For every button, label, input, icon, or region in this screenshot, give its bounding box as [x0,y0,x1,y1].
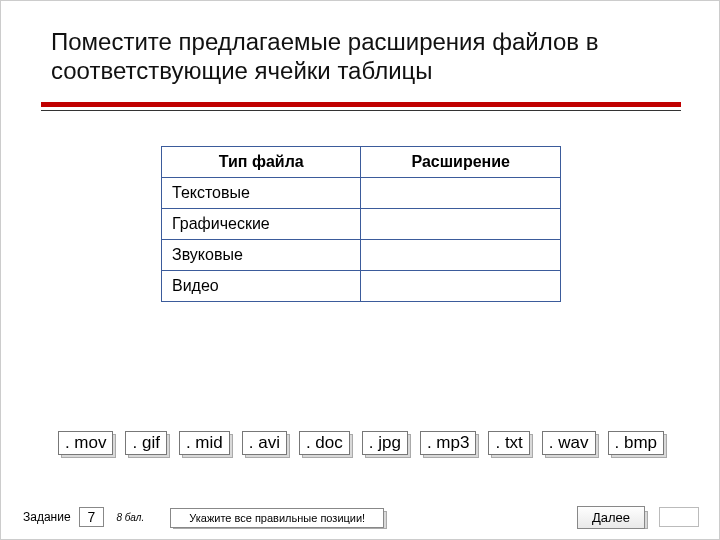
aux-box [659,507,699,527]
divider [41,102,681,112]
header-ext: Расширение [361,146,561,177]
cell-ext-drop[interactable] [361,270,561,301]
slide-title: Поместите предлагаемые расширения файлов… [1,1,720,98]
extension-chip[interactable]: . avi [242,431,287,455]
table-row: Видео [162,270,561,301]
extension-chip[interactable]: . mov [58,431,114,455]
extension-chip[interactable]: . jpg [362,431,408,455]
file-type-table: Тип файла Расширение Текстовые Графическ… [161,146,561,302]
extension-chip[interactable]: . wav [542,431,596,455]
score-label: 8 бал. [116,512,144,523]
table-row: Звуковые [162,239,561,270]
extension-chip[interactable]: . doc [299,431,350,455]
table-row: Текстовые [162,177,561,208]
cell-ext-drop[interactable] [361,177,561,208]
table-row: Графические [162,208,561,239]
extension-chip[interactable]: . mp3 [420,431,477,455]
cell-type: Текстовые [162,177,361,208]
cell-type: Графические [162,208,361,239]
extension-chip[interactable]: . gif [125,431,166,455]
next-button[interactable]: Далее [577,508,645,526]
cell-type: Звуковые [162,239,361,270]
header-type: Тип файла [162,146,361,177]
extension-chip[interactable]: . mid [179,431,230,455]
task-label: Задание [23,510,71,524]
cell-ext-drop[interactable] [361,208,561,239]
footer-bar: Задание 7 8 бал. Укажите все правильные … [1,507,720,527]
extensions-pool: . mov . gif . mid . avi . doc . jpg . mp… [1,431,720,455]
hint-box: Укажите все правильные позиции! [170,508,384,526]
extension-chip[interactable]: . bmp [608,431,665,455]
cell-type: Видео [162,270,361,301]
extension-chip[interactable]: . txt [488,431,529,455]
cell-ext-drop[interactable] [361,239,561,270]
task-number-box: 7 [79,507,105,527]
